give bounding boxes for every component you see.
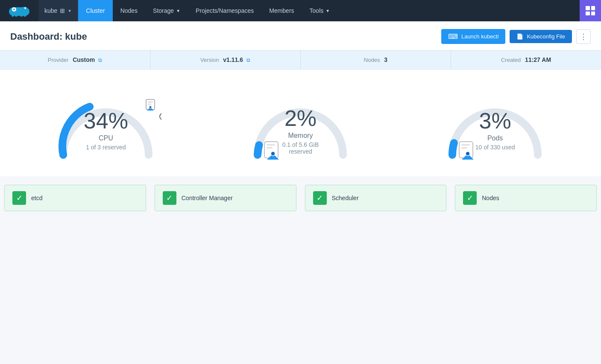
file-icon: 📄: [516, 33, 523, 40]
info-provider: Provider Custom ⧉: [0, 50, 150, 69]
page-title: Dashboard: kube: [10, 31, 87, 42]
nav-items: Cluster Nodes Storage ▼ Projects/Namespa…: [78, 0, 337, 21]
nav-right-icon[interactable]: [580, 0, 601, 21]
controller-manager-label: Controller Manager: [182, 195, 233, 201]
svg-rect-6: [23, 13, 26, 17]
logo: [0, 0, 38, 21]
info-bar: Provider Custom ⧉ Version v1.11.6 ⧉ Node…: [0, 50, 601, 70]
memory-pct: 2%: [273, 105, 328, 131]
cpu-pct: 34%: [84, 108, 128, 134]
launch-kubectl-button[interactable]: ⌨ Launch kubectl: [441, 29, 505, 44]
memory-gauge-wrap: 2% Memory 0.1 of 5.6 GiB reserved: [245, 82, 356, 168]
svg-point-8: [24, 7, 26, 9]
svg-point-25: [466, 151, 470, 156]
more-options-button[interactable]: ⋮: [576, 29, 591, 44]
navbar: kube ⊞ ▼ Cluster Nodes Storage ▼ Project…: [0, 0, 601, 21]
svg-rect-4: [15, 13, 18, 17]
storage-caret: ▼: [176, 9, 180, 13]
cpu-sub: 1 of 3 reserved: [84, 144, 128, 151]
svg-point-2: [13, 9, 15, 10]
logo-svg: [8, 3, 30, 18]
pods-pct: 3%: [475, 108, 515, 134]
status-nodes: ✓ Nodes: [455, 185, 597, 211]
nav-storage[interactable]: Storage ▼: [145, 0, 188, 21]
status-section: ✓ etcd ✓ Controller Manager ✓ Scheduler …: [0, 176, 601, 220]
svg-rect-23: [461, 147, 467, 149]
svg-point-15: [149, 106, 152, 108]
memory-label-group: 2% Memory 0.1 of 5.6 GiB reserved: [273, 105, 328, 155]
header-actions: ⌨ Launch kubectl 📄 Kubeconfig File ⋮: [441, 29, 591, 44]
nav-projects[interactable]: Projects/Namespaces: [188, 0, 261, 21]
memory-sub: 0.1 of 5.6 GiB reserved: [273, 141, 328, 155]
terminal-icon: ⌨: [448, 32, 458, 41]
info-nodes: Nodes 3: [301, 50, 451, 69]
scheduler-label: Scheduler: [332, 195, 359, 201]
page-header: Dashboard: kube ⌨ Launch kubectl 📄 Kubec…: [0, 21, 601, 50]
svg-point-7: [21, 7, 28, 11]
cluster-selector[interactable]: kube ⊞ ▼: [38, 0, 78, 21]
copy-version[interactable]: ⧉: [246, 57, 250, 63]
scheduler-check-icon: ✓: [313, 191, 327, 205]
nodes-check-icon: ✓: [463, 191, 477, 205]
info-version: Version v1.11.6 ⧉: [150, 50, 301, 69]
nodes-status-label: Nodes: [482, 195, 499, 201]
memory-name: Memory: [273, 132, 328, 140]
svg-point-9: [160, 113, 161, 120]
svg-rect-5: [20, 13, 23, 17]
copy-provider[interactable]: ⧉: [98, 57, 102, 63]
cpu-label-group: 34% CPU 1 of 3 reserved: [84, 108, 128, 151]
nav-members[interactable]: Members: [261, 0, 302, 21]
info-created: Created 11:27 AM: [451, 50, 601, 69]
kubeconfig-button[interactable]: 📄 Kubeconfig File: [510, 30, 572, 43]
cluster-name: kube: [44, 7, 57, 14]
pods-label-group: 3% Pods 10 of 330 used: [475, 108, 515, 151]
pods-gauge: 3% Pods 10 of 330 used: [431, 82, 559, 168]
memory-gauge: 2% Memory 0.1 of 5.6 GiB reserved: [236, 82, 364, 168]
status-controller-manager: ✓ Controller Manager: [155, 185, 296, 211]
controller-manager-check-icon: ✓: [163, 191, 176, 205]
svg-rect-3: [12, 13, 14, 17]
nav-nodes[interactable]: Nodes: [113, 0, 145, 21]
pods-gauge-wrap: 3% Pods 10 of 330 used: [440, 82, 551, 168]
svg-rect-18: [267, 147, 273, 149]
gauges-section: 34% CPU 1 of 3 reserved: [0, 70, 601, 176]
grid-icon: [586, 6, 595, 15]
pods-name: Pods: [475, 134, 515, 142]
cpu-name: CPU: [84, 134, 128, 142]
nav-tools[interactable]: Tools ▼: [302, 0, 338, 21]
svg-rect-13: [148, 104, 151, 105]
svg-rect-22: [461, 144, 470, 146]
cpu-gauge-wrap: 34% CPU 1 of 3 reserved: [50, 82, 161, 168]
cluster-caret: ▼: [67, 9, 72, 13]
tools-caret: ▼: [325, 9, 330, 13]
svg-rect-12: [148, 102, 153, 102]
etcd-label: etcd: [31, 195, 42, 201]
cpu-gauge: 34% CPU 1 of 3 reserved: [42, 82, 170, 168]
pods-sub: 10 of 330 used: [475, 144, 515, 151]
status-scheduler: ✓ Scheduler: [305, 185, 447, 211]
cluster-icon: ⊞: [60, 7, 65, 14]
cpu-indicator: [144, 99, 157, 114]
status-etcd: ✓ etcd: [4, 185, 146, 211]
etcd-check-icon: ✓: [12, 191, 26, 205]
nav-cluster[interactable]: Cluster: [78, 0, 112, 21]
